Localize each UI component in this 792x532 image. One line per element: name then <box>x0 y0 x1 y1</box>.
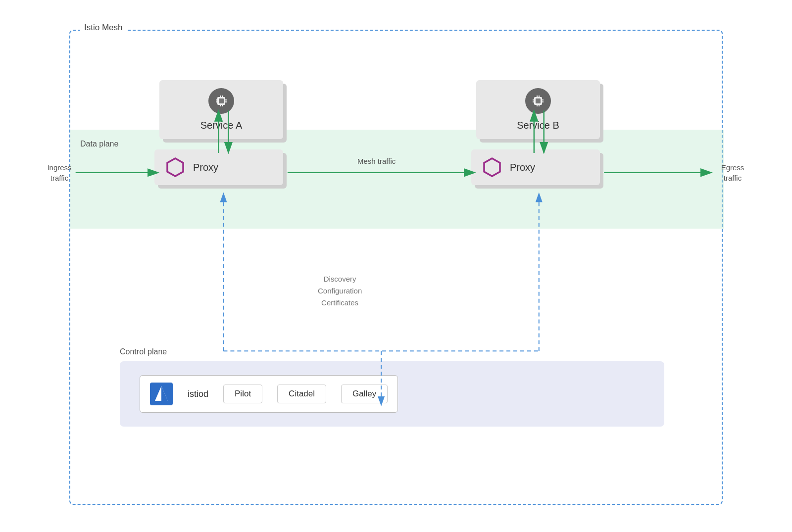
mesh-traffic-label: Mesh traffic <box>357 157 396 165</box>
svg-marker-21 <box>484 158 500 176</box>
service-b-group: Service B <box>476 80 605 139</box>
svg-rect-1 <box>219 98 224 103</box>
svg-rect-5 <box>220 105 221 106</box>
proxy-a-box: Proxy <box>154 149 283 185</box>
istio-mesh-label: Istio Mesh <box>80 23 126 33</box>
discovery-label: Discovery Configuration Certificates <box>318 273 362 309</box>
svg-rect-17 <box>542 101 544 102</box>
control-plane-label: Control plane <box>120 347 664 356</box>
control-plane-container: Control plane istiod Pilot Citadel Galle… <box>120 347 664 427</box>
galley-component: Galley <box>341 385 388 403</box>
service-b-name: Service B <box>517 120 559 131</box>
proxy-a-group: Proxy <box>154 149 293 185</box>
svg-rect-3 <box>225 99 227 100</box>
hexagon-a-icon <box>164 156 186 178</box>
istiod-box: istiod Pilot Citadel Galley <box>140 375 398 413</box>
service-a-box: Service A <box>159 80 283 139</box>
service-a-icon <box>208 88 234 114</box>
hexagon-b-icon <box>481 156 503 178</box>
svg-marker-23 <box>161 386 168 401</box>
service-b-box: Service B <box>476 80 600 139</box>
svg-rect-9 <box>222 105 223 106</box>
svg-rect-7 <box>225 101 227 102</box>
istiod-name: istiod <box>188 389 208 399</box>
svg-rect-15 <box>537 105 538 106</box>
istiod-logo <box>150 383 173 405</box>
service-a-group: Service A <box>159 80 288 139</box>
svg-rect-18 <box>539 96 540 97</box>
proxy-a-label: Proxy <box>193 162 218 173</box>
pilot-component: Pilot <box>223 385 262 403</box>
ingress-traffic-label: Ingress traffic <box>40 162 79 183</box>
svg-rect-8 <box>222 96 223 97</box>
proxy-b-label: Proxy <box>510 162 535 173</box>
service-a-name: Service A <box>200 120 242 131</box>
svg-rect-16 <box>533 101 534 102</box>
control-plane-box: istiod Pilot Citadel Galley <box>120 361 664 427</box>
istio-mesh-border: Istio Mesh Data plane <box>69 30 723 505</box>
diagram-container: Istio Mesh Data plane <box>40 15 752 515</box>
svg-rect-2 <box>216 99 217 100</box>
svg-marker-20 <box>167 158 183 176</box>
svg-rect-4 <box>220 96 221 97</box>
svg-rect-19 <box>539 105 540 106</box>
svg-rect-11 <box>536 98 541 103</box>
data-plane-label: Data plane <box>80 140 118 148</box>
egress-traffic-label: Egress traffic <box>713 162 752 183</box>
svg-rect-12 <box>533 99 534 100</box>
proxy-b-box: Proxy <box>471 149 600 185</box>
citadel-component: Citadel <box>277 385 326 403</box>
svg-rect-6 <box>216 101 217 102</box>
proxy-b-group: Proxy <box>471 149 610 185</box>
svg-rect-14 <box>537 96 538 97</box>
svg-rect-13 <box>542 99 544 100</box>
service-b-icon <box>525 88 551 114</box>
